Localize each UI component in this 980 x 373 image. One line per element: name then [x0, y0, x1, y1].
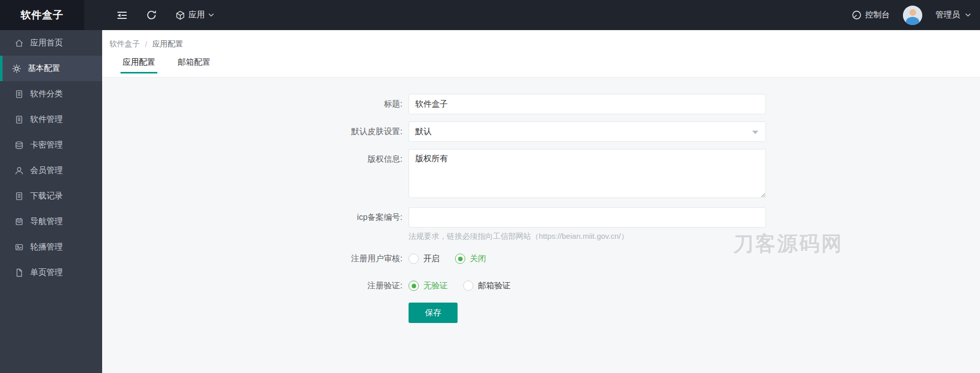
- main-content: 软件盒子 / 应用配置 应用配置 邮箱配置 刀客源码网 标题: 默认皮肤设置: …: [102, 30, 980, 373]
- sidebar-item-label: 基本配置: [28, 63, 60, 74]
- gear-icon: [12, 64, 21, 73]
- user-menu[interactable]: 管理员: [936, 10, 971, 20]
- avatar[interactable]: [903, 6, 922, 25]
- title-label: 标题:: [337, 94, 409, 114]
- sidebar-item-carousel-manage[interactable]: 轮播管理: [0, 234, 102, 260]
- user-icon: [15, 166, 23, 175]
- icp-input[interactable]: [409, 207, 766, 228]
- collapse-sidebar-button[interactable]: [117, 11, 127, 20]
- audit-label: 注册用户审核:: [337, 248, 409, 269]
- breadcrumb-separator: /: [145, 40, 147, 48]
- page-icon: [15, 268, 23, 277]
- image-icon: [15, 243, 23, 252]
- sidebar-item-label: 轮播管理: [30, 242, 63, 253]
- form-row-copyright: 版权信息: 版权所有: [337, 149, 980, 200]
- tab-bar: 应用配置 邮箱配置: [109, 57, 980, 73]
- document-icon: [15, 192, 23, 201]
- verify-label: 注册验证:: [337, 276, 409, 296]
- app-cube-icon: [176, 11, 185, 20]
- radio-verify-email[interactable]: 邮箱验证: [463, 281, 511, 291]
- form-row-save: 保存: [337, 303, 980, 323]
- form-row-icp: icp备案编号: 法规要求，链接必须指向工信部网站（https://beian.…: [337, 207, 980, 241]
- chevron-down-icon: [208, 13, 214, 17]
- sidebar-item-label: 软件管理: [30, 114, 63, 125]
- app-menu[interactable]: 应用: [176, 10, 214, 20]
- skin-select[interactable]: 默认: [409, 121, 766, 142]
- database-icon: [15, 141, 23, 150]
- radio-circle-icon: [409, 281, 419, 291]
- avatar-body: [906, 17, 919, 25]
- radio-label: 无验证: [423, 281, 448, 291]
- sidebar-item-download-records[interactable]: 下载记录: [0, 183, 102, 209]
- skin-select-value: 默认: [415, 127, 432, 136]
- tab-app-config[interactable]: 应用配置: [123, 57, 155, 73]
- sidebar-item-app-home[interactable]: 应用首页: [0, 30, 102, 56]
- sidebar-item-member-manage[interactable]: 会员管理: [0, 158, 102, 183]
- form-row-skin: 默认皮肤设置: 默认: [337, 121, 980, 142]
- sidebar-item-software-manage[interactable]: 软件管理: [0, 107, 102, 132]
- sidebar-item-label: 软件分类: [30, 89, 63, 100]
- sidebar-item-card-key-manage[interactable]: 卡密管理: [0, 132, 102, 158]
- sidebar-item-nav-manage[interactable]: 导航管理: [0, 209, 102, 234]
- radio-verify-none[interactable]: 无验证: [409, 281, 448, 291]
- dashboard-icon: [852, 10, 862, 20]
- tab-email-config[interactable]: 邮箱配置: [178, 57, 210, 73]
- sidebar-item-single-page-manage[interactable]: 单页管理: [0, 260, 102, 285]
- user-name: 管理员: [936, 10, 960, 20]
- radio-circle-icon: [463, 281, 473, 291]
- avatar-head: [910, 9, 916, 16]
- radio-label: 关闭: [470, 254, 486, 264]
- refresh-button[interactable]: [147, 10, 156, 20]
- document-icon: [15, 115, 23, 124]
- copyright-textarea[interactable]: 版权所有: [409, 149, 766, 198]
- document-icon: [15, 90, 23, 98]
- chevron-down-icon: [965, 13, 971, 17]
- sidebar-item-label: 会员管理: [30, 165, 63, 176]
- console-label: 控制台: [865, 10, 890, 20]
- app-config-form: 刀客源码网 标题: 默认皮肤设置: 默认 版权信息: 版权所有 icp备案编号: [102, 78, 980, 372]
- radio-label: 开启: [423, 254, 440, 264]
- title-input[interactable]: [409, 94, 766, 114]
- app-logo: 软件盒子: [0, 0, 84, 30]
- app-menu-label: 应用: [188, 10, 205, 20]
- content-header: 软件盒子 / 应用配置 应用配置 邮箱配置: [102, 30, 980, 78]
- sidebar-item-label: 导航管理: [30, 216, 63, 227]
- form-row-verify: 注册验证: 无验证 邮箱验证: [337, 276, 980, 296]
- icp-label: icp备案编号:: [337, 207, 409, 241]
- sidebar: 应用首页 基本配置 软件分类 软件管理 卡密管理: [0, 30, 102, 373]
- icp-hint: 法规要求，链接必须指向工信部网站（https://beian.miit.gov.…: [409, 232, 766, 241]
- form-row-audit: 注册用户审核: 开启 关闭: [337, 248, 980, 269]
- radio-circle-icon: [409, 254, 419, 264]
- sidebar-item-label: 下载记录: [30, 191, 63, 202]
- refresh-icon: [147, 10, 156, 20]
- sidebar-item-basic-config[interactable]: 基本配置: [0, 56, 102, 81]
- breadcrumb: 软件盒子 / 应用配置: [109, 39, 980, 49]
- select-arrow-icon: [752, 131, 758, 134]
- copyright-label: 版权信息:: [337, 149, 409, 200]
- radio-circle-icon: [455, 254, 465, 264]
- sidebar-item-label: 卡密管理: [30, 140, 63, 151]
- radio-audit-on[interactable]: 开启: [409, 254, 440, 264]
- calendar-icon: [15, 217, 23, 226]
- topbar: 软件盒子 应用: [0, 0, 980, 30]
- radio-audit-off[interactable]: 关闭: [455, 254, 486, 264]
- sidebar-item-label: 单页管理: [30, 267, 63, 278]
- radio-label: 邮箱验证: [478, 281, 511, 291]
- form-row-title: 标题:: [337, 94, 980, 114]
- home-icon: [15, 39, 23, 47]
- save-button[interactable]: 保存: [409, 303, 458, 323]
- sidebar-item-software-category[interactable]: 软件分类: [0, 81, 102, 107]
- console-link[interactable]: 控制台: [852, 10, 890, 20]
- breadcrumb-current: 应用配置: [152, 39, 183, 49]
- collapse-icon: [117, 11, 127, 20]
- skin-label: 默认皮肤设置:: [337, 121, 409, 142]
- sidebar-item-label: 应用首页: [30, 38, 63, 48]
- breadcrumb-root[interactable]: 软件盒子: [109, 39, 140, 49]
